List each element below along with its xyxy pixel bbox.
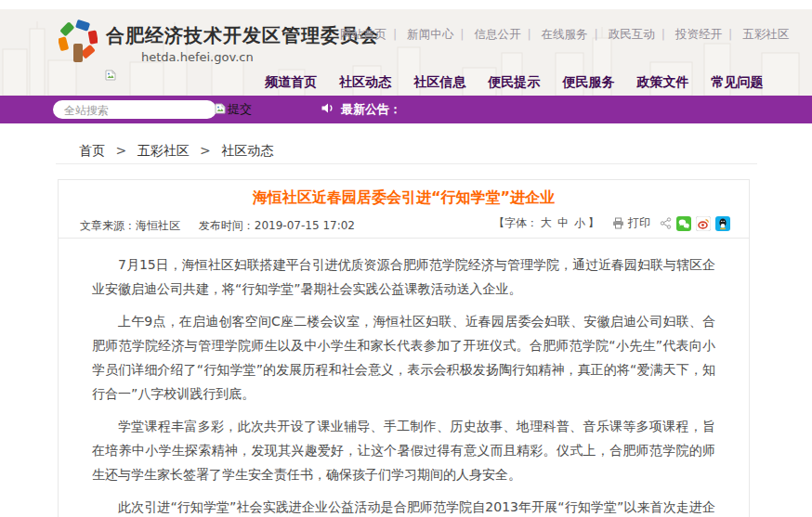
broken-image-icon [105, 67, 116, 84]
separator: | [527, 27, 530, 41]
paragraph: 学堂课程丰富多彩，此次共开设了课业辅导、手工制作、历史故事、地理科普、音乐课等多… [92, 414, 715, 486]
channel-nav-tips[interactable]: 便民提示 [488, 74, 540, 89]
separator: | [661, 27, 665, 41]
paragraph: 上午9点，在启迪创客空间C座二楼会议室，海恒社区妇联、近春园居委会妇联、安徽启迪… [92, 309, 715, 406]
top-nav-link-invest[interactable]: 投资经开 [675, 27, 722, 41]
article-meta-right: 【字体： 大 中 小 】 打印 [493, 215, 730, 231]
top-nav-link-services[interactable]: 在线服务 [542, 27, 588, 41]
divider [56, 163, 757, 164]
site-name: 合肥经济技术开发区管理委员会 [106, 23, 379, 48]
print-label: 打印 [628, 215, 650, 231]
wechat-icon[interactable] [676, 216, 691, 231]
breadcrumb-separator: > [115, 143, 126, 158]
print-button[interactable]: 打印 [612, 215, 650, 231]
channel-nav-info[interactable]: 社区信息 [413, 74, 465, 89]
speaker-icon [321, 101, 334, 118]
font-size-label-suffix: 】 [588, 215, 599, 231]
search-box [53, 100, 216, 119]
channel-nav-home[interactable]: 频道首页 [265, 74, 317, 89]
channel-nav: 频道首页 社区动态 社区信息 便民提示 便民服务 政策文件 常见问题 [265, 72, 781, 91]
article-source: 文章来源：海恒社区 [80, 219, 180, 232]
top-nav-link-interact[interactable]: 政民互动 [609, 27, 655, 41]
broken-image-icon [215, 103, 226, 117]
font-size-medium[interactable]: 中 [557, 215, 569, 231]
breadcrumb-community[interactable]: 五彩社区 [138, 143, 190, 158]
breadcrumb-current: 社区动态 [221, 143, 273, 158]
search-input[interactable] [53, 101, 216, 119]
top-nav-link-home[interactable]: 网站首页 [340, 27, 386, 41]
printer-icon [612, 217, 624, 229]
channel-nav-services[interactable]: 便民服务 [562, 74, 614, 89]
site-logo-icon [59, 19, 98, 64]
announcement-label: 最新公告： [341, 101, 401, 118]
weibo-icon[interactable] [696, 216, 711, 231]
channel-nav-faq[interactable]: 常见问题 [712, 74, 764, 89]
top-nav: 网站首页| 新闻中心| 信息公开| 在线服务| 政民互动| 投资经开| 五彩社区 [340, 27, 789, 43]
article-meta-left: 文章来源：海恒社区 发布时间：2019-07-15 17:02 [80, 218, 370, 234]
paragraph: 此次引进“行知学堂”社会实践进企业公益活动是合肥师范学院自2013年开展“行知学… [92, 495, 715, 517]
site-url: hetda.hefei.gov.cn [141, 50, 254, 64]
page: 合肥经济技术开发区管理委员会 hetda.hefei.gov.cn 网站首页| … [0, 0, 812, 517]
search-announcement-bar: 提交 最新公告： [0, 96, 812, 123]
publish-time: 发布时间：2019-07-15 17:02 [199, 219, 355, 232]
breadcrumb: 首页 > 五彩社区 > 社区动态 [79, 143, 273, 160]
article-body: 7月15日，海恒社区妇联搭建平台引进优质资源合肥师范学院经济与管理学院，通过近春… [59, 239, 749, 517]
article-title: 海恒社区近春园居委会引进“行知学堂”进企业 [59, 180, 749, 208]
search-submit-label: 提交 [228, 101, 252, 118]
top-nav-link-news[interactable]: 新闻中心 [407, 27, 453, 41]
top-nav-link-info[interactable]: 信息公开 [474, 27, 520, 41]
separator: | [393, 27, 397, 41]
site-header: 合肥经济技术开发区管理委员会 hetda.hefei.gov.cn 网站首页| … [0, 9, 812, 96]
share-strip [660, 216, 730, 231]
article-container: 海恒社区近春园居委会引进“行知学堂”进企业 文章来源：海恒社区 发布时间：201… [58, 179, 750, 517]
separator: | [460, 27, 464, 41]
font-size-label-prefix: 【字体： [493, 215, 538, 231]
font-size-large[interactable]: 大 [541, 215, 552, 231]
search-submit-button[interactable]: 提交 [215, 100, 252, 119]
separator: | [728, 27, 732, 41]
paragraph: 7月15日，海恒社区妇联搭建平台引进优质资源合肥师范学院经济与管理学院，通过近春… [92, 252, 715, 301]
qq-icon[interactable] [715, 216, 730, 231]
breadcrumb-home[interactable]: 首页 [79, 143, 105, 158]
channel-nav-policy[interactable]: 政策文件 [636, 74, 688, 89]
announcement: 最新公告： [321, 96, 401, 123]
breadcrumb-separator: > [200, 143, 211, 158]
font-size-small[interactable]: 小 [574, 215, 585, 231]
share-icon[interactable] [660, 217, 672, 229]
channel-nav-dynamics[interactable]: 社区动态 [339, 74, 391, 89]
article-meta-row: 文章来源：海恒社区 发布时间：2019-07-15 17:02 【字体： 大 中… [59, 214, 749, 239]
separator: | [595, 27, 598, 41]
top-nav-link-community[interactable]: 五彩社区 [742, 27, 789, 41]
